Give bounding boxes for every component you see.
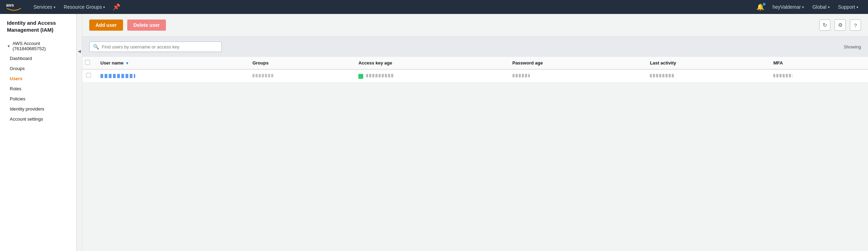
col-last-activity: Last activity xyxy=(644,57,768,69)
col-mfa: MFA xyxy=(768,57,868,69)
username-value xyxy=(100,74,241,78)
users-table: User name ▾ Groups Access key age Passwo… xyxy=(82,57,868,83)
services-label: Services xyxy=(33,4,52,10)
sidebar-item-account-settings[interactable]: Account settings xyxy=(0,114,76,124)
search-input[interactable] xyxy=(102,44,218,50)
main-content: Add user Delete user ↻ ⚙ ? 🔍 Showing xyxy=(82,14,868,251)
aws-account-item[interactable]: ▼ AWS Account (761840685752) xyxy=(0,39,76,53)
col-mfa-label: MFA xyxy=(773,60,783,66)
password-age-cell xyxy=(507,69,645,82)
collapse-icon: ◀ xyxy=(77,49,82,54)
refresh-button[interactable]: ↻ xyxy=(819,20,830,31)
password-age-blur xyxy=(512,74,530,77)
support-menu[interactable]: Support ▾ xyxy=(834,0,862,14)
row-checkbox-cell[interactable] xyxy=(82,69,95,82)
table-header: User name ▾ Groups Access key age Passwo… xyxy=(82,57,868,69)
user-menu[interactable]: heyValdemar ▾ xyxy=(768,0,808,14)
showing-label: Showing xyxy=(844,44,861,50)
sidebar-collapse-handle[interactable]: ◀ xyxy=(77,14,82,251)
notification-dot xyxy=(763,3,766,6)
sidebar: Identity and Access Management (IAM) ▼ A… xyxy=(0,14,77,251)
help-button[interactable]: ? xyxy=(850,20,861,31)
username-blur xyxy=(100,74,135,78)
user-label: heyValdemar xyxy=(772,4,801,10)
access-key-age-cell xyxy=(353,69,507,82)
top-navigation: aws Services ▾ Resource Groups ▾ 📌 🔔 hey… xyxy=(0,0,868,14)
groups-cell xyxy=(247,69,353,82)
svg-text:aws: aws xyxy=(6,3,14,8)
col-access-key-age: Access key age xyxy=(353,57,507,69)
toolbar: Add user Delete user ↻ ⚙ ? xyxy=(82,14,868,37)
sidebar-item-users[interactable]: Users xyxy=(0,74,76,84)
main-layout: Identity and Access Management (IAM) ▼ A… xyxy=(0,14,868,251)
col-access-key-age-label: Access key age xyxy=(358,60,392,66)
region-chevron: ▾ xyxy=(828,5,830,9)
sidebar-item-groups[interactable]: Groups xyxy=(0,63,76,74)
col-password-age: Password age xyxy=(507,57,645,69)
region-label: Global xyxy=(812,4,826,10)
search-bar: 🔍 Showing xyxy=(82,37,868,57)
search-input-wrap[interactable]: 🔍 xyxy=(89,41,222,52)
resource-groups-nav[interactable]: Resource Groups ▾ xyxy=(60,0,109,14)
mfa-blur xyxy=(773,74,792,77)
select-all-header[interactable] xyxy=(82,57,95,69)
access-key-blur xyxy=(366,74,394,77)
region-menu[interactable]: Global ▾ xyxy=(808,0,833,14)
delete-user-button[interactable]: Delete user xyxy=(127,20,166,31)
account-arrow: ▼ xyxy=(7,44,10,48)
search-icon: 🔍 xyxy=(93,44,99,50)
groups-blur xyxy=(252,74,273,77)
col-username[interactable]: User name ▾ xyxy=(95,57,247,69)
resource-groups-chevron: ▾ xyxy=(103,5,105,9)
table-row[interactable] xyxy=(82,69,868,82)
aws-logo[interactable]: aws xyxy=(6,2,22,12)
pin-icon[interactable]: 📌 xyxy=(109,3,124,11)
add-user-button[interactable]: Add user xyxy=(89,20,123,31)
refresh-icon: ↻ xyxy=(823,22,827,28)
services-chevron: ▾ xyxy=(54,5,55,9)
table-body xyxy=(82,69,868,82)
sidebar-nav: Dashboard Groups Users Roles Policies Id… xyxy=(0,53,76,124)
services-nav[interactable]: Services ▾ xyxy=(29,0,60,14)
select-all-checkbox[interactable] xyxy=(85,60,90,65)
sidebar-title: Identity and Access Management (IAM) xyxy=(0,20,76,39)
row-checkbox[interactable] xyxy=(86,73,91,78)
sidebar-item-identity-providers[interactable]: Identity providers xyxy=(0,104,76,114)
gear-icon: ⚙ xyxy=(838,22,843,28)
settings-button[interactable]: ⚙ xyxy=(835,20,846,31)
col-username-label: User name xyxy=(100,60,123,66)
notifications-bell[interactable]: 🔔 xyxy=(752,0,768,14)
resource-groups-label: Resource Groups xyxy=(64,4,102,10)
sidebar-item-roles[interactable]: Roles xyxy=(0,84,76,94)
col-groups: Groups xyxy=(247,57,353,69)
username-cell[interactable] xyxy=(95,69,247,82)
col-last-activity-label: Last activity xyxy=(650,60,676,66)
sidebar-item-policies[interactable]: Policies xyxy=(0,94,76,104)
help-icon: ? xyxy=(854,22,857,28)
users-table-area: 🔍 Showing User name ▾ xyxy=(82,37,868,83)
last-activity-cell xyxy=(644,69,768,82)
nav-right: 🔔 heyValdemar ▾ Global ▾ Support ▾ xyxy=(752,0,862,14)
col-password-age-label: Password age xyxy=(512,60,543,66)
support-label: Support xyxy=(838,4,855,10)
access-key-active-icon xyxy=(358,74,363,79)
account-label: AWS Account (761840685752) xyxy=(13,41,69,51)
sidebar-item-dashboard[interactable]: Dashboard xyxy=(0,53,76,63)
support-chevron: ▾ xyxy=(856,5,858,9)
mfa-cell xyxy=(768,69,868,82)
user-chevron: ▾ xyxy=(802,5,804,9)
col-groups-label: Groups xyxy=(252,60,268,66)
last-activity-blur xyxy=(650,74,674,77)
sort-arrow-icon: ▾ xyxy=(126,61,128,65)
